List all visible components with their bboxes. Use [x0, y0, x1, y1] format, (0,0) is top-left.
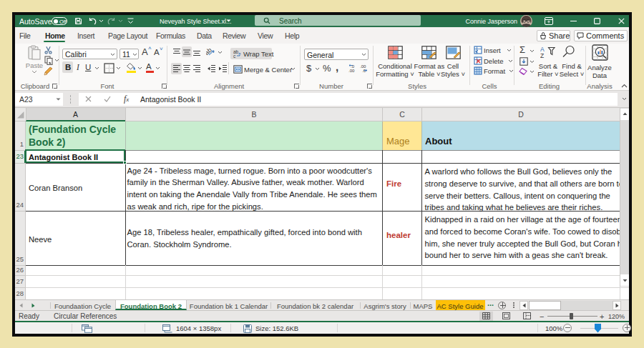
svg-text:Z: Z [540, 52, 544, 59]
svg-text:.0: .0 [362, 69, 366, 73]
svg-text:ab: ab [206, 47, 213, 56]
svg-text:.00: .00 [348, 69, 355, 73]
